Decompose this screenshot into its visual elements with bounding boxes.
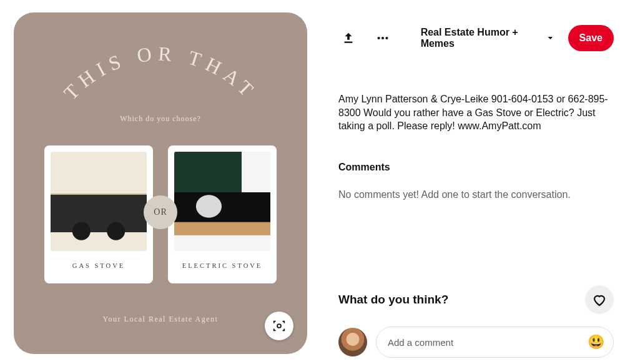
- composer-prompt: What do you think?: [338, 293, 448, 307]
- more-icon: [376, 31, 390, 45]
- pin-subtitle: Which do you choose?: [14, 114, 307, 124]
- save-button[interactable]: Save: [568, 25, 614, 51]
- svg-text:THIS OR THAT: THIS OR THAT: [59, 42, 262, 104]
- comment-input[interactable]: Add a comment 😃: [376, 327, 614, 358]
- visual-search-icon: [272, 319, 286, 333]
- pin-footer: Your Local Real Estate Agent: [14, 315, 307, 324]
- pin-arc-title: THIS OR THAT: [48, 29, 273, 122]
- action-bar: Real Estate Humor + Memes Save: [338, 25, 614, 51]
- comment-composer: What do you think? Add a comment 😃: [338, 285, 614, 358]
- heart-icon: [592, 292, 607, 307]
- photo-gas-stove: [51, 152, 147, 251]
- pin-image[interactable]: THIS OR THAT Which do you choose? GAS ST…: [14, 12, 307, 354]
- board-name: Real Estate Humor + Memes: [421, 27, 543, 49]
- comments-heading: Comments: [338, 162, 614, 173]
- comment-placeholder: Add a comment: [388, 337, 453, 348]
- or-badge: OR: [144, 195, 177, 229]
- card-electric-stove: ELECTRIC STOVE: [168, 145, 277, 283]
- share-icon: [342, 31, 355, 45]
- visual-search-button[interactable]: [265, 312, 293, 340]
- svg-rect-2: [345, 42, 353, 43]
- react-button[interactable]: [585, 285, 614, 314]
- svg-point-4: [381, 37, 384, 39]
- comments-empty: No comments yet! Add one to start the co…: [338, 189, 614, 200]
- pin-details: Real Estate Humor + Memes Save Amy Lynn …: [307, 0, 635, 364]
- svg-point-1: [277, 324, 281, 328]
- card-caption: GAS STOVE: [72, 262, 125, 269]
- svg-point-3: [378, 37, 380, 39]
- more-options-button[interactable]: [373, 27, 393, 49]
- chevron-down-icon: [546, 34, 554, 42]
- photo-electric-stove: [174, 152, 270, 251]
- pin-closeup: THIS OR THAT Which do you choose? GAS ST…: [0, 0, 635, 364]
- card-gas-stove: GAS STOVE: [44, 145, 153, 283]
- share-button[interactable]: [338, 27, 359, 49]
- board-picker[interactable]: Real Estate Humor + Memes: [421, 27, 554, 49]
- card-caption: ELECTRIC STOVE: [182, 262, 262, 269]
- pin-description: Amy Lynn Patterson & Crye-Leike 901-604-…: [338, 92, 614, 133]
- user-avatar[interactable]: [338, 328, 367, 357]
- emoji-picker-button[interactable]: 😃: [588, 334, 604, 350]
- svg-point-5: [386, 37, 388, 39]
